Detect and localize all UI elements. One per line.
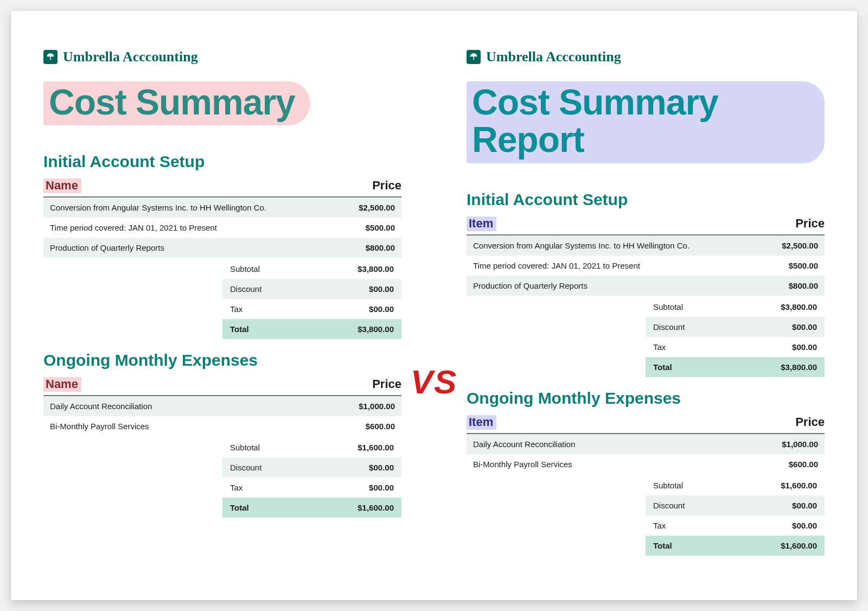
col-name-header: Item	[467, 415, 496, 430]
totals-row: Tax $00.00	[646, 515, 825, 536]
table-row: Bi-Monthly Payroll Services $600.00	[467, 454, 825, 474]
col-name-header: Name	[43, 377, 81, 392]
total-label: Total	[653, 541, 672, 550]
umbrella-icon	[467, 50, 481, 64]
col-price-header: Price	[372, 377, 401, 391]
doc-title-left: Cost Summary	[43, 81, 310, 125]
doc-title-right: Cost Summary Report	[467, 81, 825, 163]
subtotal-value: $1,600.00	[358, 443, 394, 452]
subtotal-label: Subtotal	[230, 443, 260, 452]
row-desc: Time period covered: JAN 01, 2021 to Pre…	[473, 261, 789, 270]
totals-row: Discount $00.00	[646, 317, 825, 337]
totals-block: Subtotal $3,800.00 Discount $00.00 Tax $…	[646, 297, 825, 377]
discount-label: Discount	[230, 463, 261, 472]
table-header: Item Price	[467, 217, 825, 236]
totals-row: Subtotal $3,800.00	[222, 259, 401, 279]
col-price-header: Price	[795, 217, 825, 231]
col-name-header: Name	[43, 179, 81, 193]
table-row: Conversion from Angular Systems Inc. to …	[43, 198, 401, 218]
col-name-header: Item	[467, 217, 496, 231]
section-heading: Initial Account Setup	[43, 152, 401, 171]
total-value: $3,800.00	[358, 324, 394, 334]
discount-label: Discount	[653, 501, 685, 510]
row-desc: Daily Account Reconciliation	[50, 402, 359, 411]
table-row: Daily Account Reconciliation $1,000.00	[43, 396, 401, 416]
table-row: Production of Quarterly Reports $800.00	[43, 238, 401, 258]
section-heading: Initial Account Setup	[467, 190, 825, 209]
tax-value: $00.00	[792, 521, 817, 530]
row-price: $1,000.00	[359, 402, 395, 411]
row-price: $600.00	[789, 460, 818, 469]
left-panel: Umbrella Acccounting Cost Summary Initia…	[43, 49, 401, 573]
brand-header: Umbrella Acccounting	[43, 49, 401, 65]
section-heading: Ongoing Monthly Expenses	[467, 389, 825, 408]
row-price: $2,500.00	[782, 241, 818, 250]
section-heading: Ongoing Monthly Expenses	[43, 351, 401, 370]
table-header: Item Price	[467, 415, 825, 434]
totals-row: Discount $00.00	[222, 457, 401, 478]
discount-value: $00.00	[792, 501, 817, 510]
subtotal-label: Subtotal	[653, 302, 683, 311]
tax-label: Tax	[230, 304, 242, 314]
totals-block: Subtotal $1,600.00 Discount $00.00 Tax $…	[222, 437, 401, 518]
total-value: $3,800.00	[781, 362, 817, 372]
table-row: Daily Account Reconciliation $1,000.00	[467, 434, 825, 454]
row-price: $2,500.00	[359, 203, 395, 212]
row-desc: Bi-Monthly Payroll Services	[473, 460, 789, 469]
table-row: Conversion from Angular Systems Inc. to …	[467, 236, 825, 256]
tax-value: $00.00	[369, 483, 394, 492]
row-price: $600.00	[366, 422, 395, 431]
row-price: $500.00	[366, 223, 395, 232]
row-price: $800.00	[366, 243, 395, 252]
totals-block: Subtotal $3,800.00 Discount $00.00 Tax $…	[222, 259, 401, 339]
col-price-header: Price	[372, 179, 401, 193]
row-desc: Production of Quarterly Reports	[473, 281, 789, 290]
row-desc: Bi-Monthly Payroll Services	[50, 422, 366, 431]
row-desc: Conversion from Angular Systems Inc. to …	[473, 241, 782, 250]
totals-row: Tax $00.00	[222, 478, 401, 498]
table-header: Name Price	[43, 377, 401, 396]
table-row: Time period covered: JAN 01, 2021 to Pre…	[43, 218, 401, 238]
discount-label: Discount	[230, 284, 261, 294]
tax-value: $00.00	[369, 304, 394, 314]
subtotal-label: Subtotal	[230, 264, 260, 273]
row-desc: Production of Quarterly Reports	[50, 243, 366, 252]
table-row: Production of Quarterly Reports $800.00	[467, 276, 825, 296]
totals-row: Tax $00.00	[222, 299, 401, 319]
row-price: $800.00	[789, 281, 818, 290]
discount-value: $00.00	[369, 463, 394, 472]
vs-label: VS	[411, 362, 458, 401]
col-price-header: Price	[795, 415, 825, 429]
right-panel: Umbrella Acccounting Cost Summary Report…	[467, 49, 825, 573]
tax-value: $00.00	[792, 342, 817, 352]
totals-block: Subtotal $1,600.00 Discount $00.00 Tax $…	[646, 475, 825, 556]
umbrella-icon	[43, 50, 58, 64]
totals-row: Discount $00.00	[646, 495, 825, 515]
table-row: Time period covered: JAN 01, 2021 to Pre…	[467, 256, 825, 276]
comparison-sheet: Umbrella Acccounting Cost Summary Initia…	[11, 11, 857, 600]
row-price: $500.00	[789, 261, 818, 270]
row-desc: Daily Account Reconciliation	[473, 440, 782, 449]
tax-label: Tax	[653, 521, 666, 530]
totals-row-total: Total $3,800.00	[222, 319, 401, 339]
discount-label: Discount	[653, 322, 685, 332]
total-value: $1,600.00	[358, 503, 394, 512]
subtotal-value: $1,600.00	[781, 481, 817, 490]
totals-row: Tax $00.00	[646, 337, 825, 357]
subtotal-value: $3,800.00	[358, 264, 394, 273]
discount-value: $00.00	[369, 284, 394, 294]
total-label: Total	[653, 362, 672, 372]
brand-name: Umbrella Acccounting	[63, 49, 198, 65]
subtotal-value: $3,800.00	[781, 302, 817, 311]
table-row: Bi-Monthly Payroll Services $600.00	[43, 416, 401, 436]
totals-row: Subtotal $1,600.00	[646, 475, 825, 495]
total-label: Total	[230, 324, 249, 334]
tax-label: Tax	[653, 342, 666, 352]
total-value: $1,600.00	[781, 541, 817, 550]
brand-name: Umbrella Acccounting	[486, 49, 621, 65]
table-header: Name Price	[43, 179, 401, 198]
totals-row: Discount $00.00	[222, 279, 401, 299]
discount-value: $00.00	[792, 322, 817, 332]
totals-row: Subtotal $1,600.00	[222, 437, 401, 457]
totals-row: Subtotal $3,800.00	[646, 297, 825, 317]
